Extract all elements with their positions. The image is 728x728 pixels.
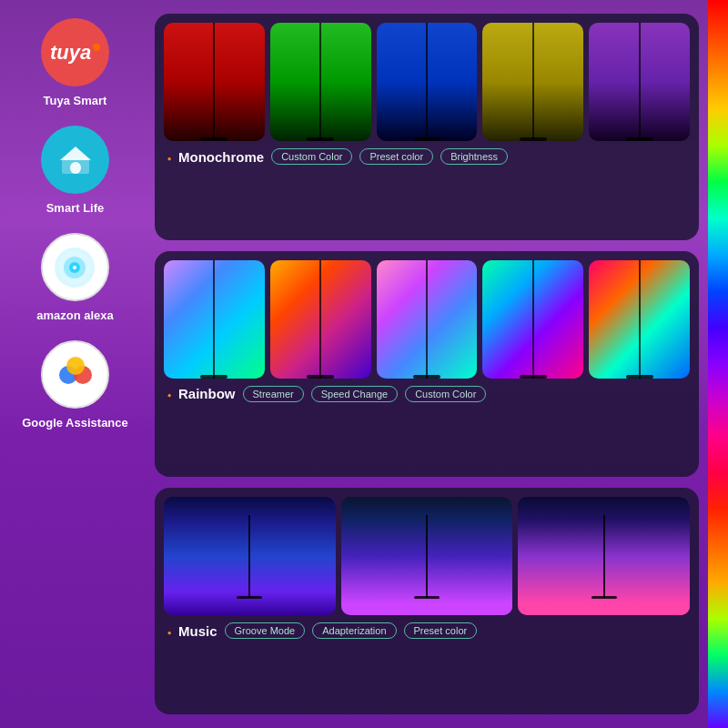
music-tag-preset-color[interactable]: Preset color <box>404 622 478 639</box>
sidebar: tuya Tuya Smart Smart Life amazon alexa <box>0 0 150 728</box>
lamp-rainbow3 <box>377 260 478 379</box>
tuya-label: Tuya Smart <box>44 94 107 107</box>
tuya-icon: tuya <box>41 18 109 86</box>
lamp-rainbow4 <box>482 260 583 379</box>
lamp-stand <box>213 23 215 141</box>
lamp-rainbow5 <box>589 260 690 379</box>
google-label: Google Assistance <box>22 416 128 430</box>
lamp-yellow <box>482 23 583 141</box>
lamp-rainbow2 <box>270 260 371 379</box>
lamp-base <box>520 375 547 379</box>
lamp-base <box>626 137 653 141</box>
music-photos-row <box>164 497 690 615</box>
music-title: Music <box>164 623 217 639</box>
sidebar-item-google[interactable]: Google Assistance <box>22 340 128 430</box>
lamp-stand <box>426 23 428 141</box>
lamp-stand <box>426 260 428 379</box>
monochrome-lamps-row <box>164 23 690 141</box>
lamp-green <box>270 23 371 141</box>
smartlife-label: Smart Life <box>46 201 105 215</box>
lamp-base <box>626 375 653 379</box>
music-tag-groove[interactable]: Groove Mode <box>225 622 306 639</box>
lamp-stand <box>639 260 641 379</box>
sidebar-item-smartlife[interactable]: Smart Life <box>41 126 109 215</box>
smartlife-icon <box>41 126 109 194</box>
lamp-stand <box>532 23 534 141</box>
svg-rect-2 <box>70 162 81 174</box>
sidebar-item-alexa[interactable]: amazon alexa <box>36 233 114 322</box>
lamp-base <box>307 137 334 141</box>
right-gradient-bar <box>708 0 728 728</box>
monochrome-tag-preset-color[interactable]: Preset color <box>359 148 433 165</box>
lamp-blue <box>377 23 478 141</box>
lamp-base <box>307 375 334 379</box>
rainbow-tag-speed-change[interactable]: Speed Change <box>311 386 398 402</box>
monochrome-section: Monochrome Custom Color Preset color Bri… <box>155 14 699 240</box>
lamp-red <box>164 23 265 141</box>
google-logo <box>54 353 97 397</box>
rainbow-footer: Rainbow Streamer Speed Change Custom Col… <box>164 386 690 402</box>
rainbow-section: Rainbow Streamer Speed Change Custom Col… <box>155 251 699 478</box>
lamp-stand <box>532 260 534 379</box>
lamp-base <box>413 137 440 141</box>
lamp-purple <box>589 23 690 141</box>
sidebar-item-tuya[interactable]: tuya Tuya Smart <box>41 18 109 107</box>
monochrome-footer: Monochrome Custom Color Preset color Bri… <box>164 148 690 165</box>
lamp-base <box>413 375 440 379</box>
svg-point-10 <box>66 357 85 375</box>
lamp-stand <box>639 23 641 141</box>
lamp-base <box>200 137 228 141</box>
svg-point-7 <box>73 266 76 269</box>
svg-marker-1 <box>60 147 91 160</box>
music-photo-1 <box>164 497 336 615</box>
lamp-stand <box>213 260 215 379</box>
home-icon <box>57 142 94 178</box>
rainbow-lamps-row <box>164 260 690 379</box>
music-tag-adapterization[interactable]: Adapterization <box>312 622 396 639</box>
lamp-base <box>520 137 547 141</box>
music-section: Music Groove Mode Adapterization Preset … <box>155 488 699 714</box>
lamp-base <box>200 375 228 379</box>
monochrome-tag-brightness[interactable]: Brightness <box>440 148 508 165</box>
alexa-logo <box>53 246 96 289</box>
monochrome-tag-custom-color[interactable]: Custom Color <box>271 148 352 165</box>
rainbow-tag-custom-color[interactable]: Custom Color <box>405 386 486 402</box>
music-photo-3 <box>518 497 690 615</box>
alexa-icon <box>41 233 109 301</box>
music-footer: Music Groove Mode Adapterization Preset … <box>164 622 690 639</box>
alexa-label: amazon alexa <box>36 308 114 322</box>
rainbow-tag-streamer[interactable]: Streamer <box>243 386 304 402</box>
music-photo-2 <box>341 497 513 615</box>
lamp-stand <box>319 260 321 379</box>
lamp-stand <box>319 23 321 141</box>
google-icon <box>41 340 109 409</box>
rainbow-title: Rainbow <box>164 386 236 401</box>
lamp-rainbow1 <box>164 260 265 379</box>
main-content: Monochrome Custom Color Preset color Bri… <box>150 0 708 728</box>
monochrome-title: Monochrome <box>164 149 264 165</box>
